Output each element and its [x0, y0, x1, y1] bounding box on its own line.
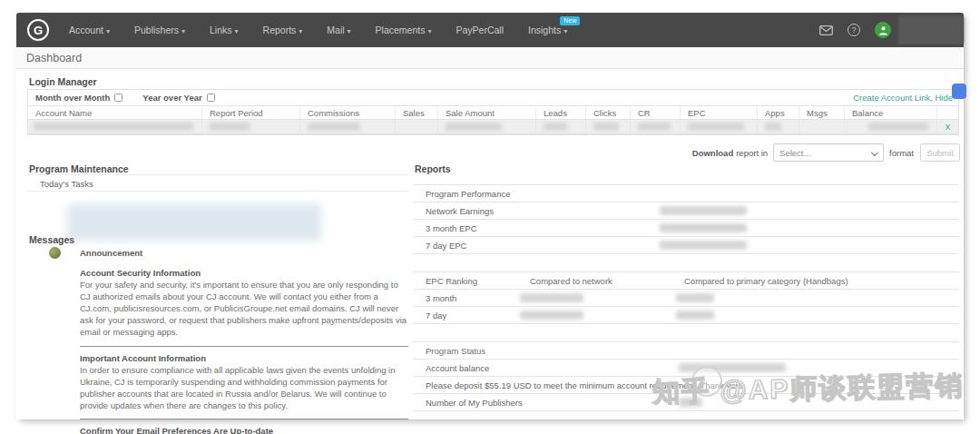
app-window: G Account▾ Publishers▾ Links▾ Reports▾ M…: [16, 13, 964, 419]
nav-item-account[interactable]: Account▾: [69, 25, 110, 35]
top-navbar: G Account▾ Publishers▾ Links▾ Reports▾ M…: [16, 13, 964, 47]
col-epc: EPC: [681, 106, 758, 119]
feedback-widget-button[interactable]: [952, 84, 966, 99]
epc-ranking-table: EPC Ranking Compared to network Compared…: [413, 271, 959, 324]
report-row-3-month-epc[interactable]: 3 month EPC: [413, 220, 959, 237]
message-item: Confirm Your Email Preferences Are Up-to…: [80, 426, 408, 434]
new-badge: New: [560, 16, 580, 25]
todays-tasks-row[interactable]: Today's Tasks: [27, 175, 408, 192]
table-row[interactable]: X: [28, 120, 958, 134]
chevron-down-icon: ▾: [348, 27, 351, 35]
help-icon[interactable]: ?: [848, 24, 860, 36]
col-clicks: Clicks: [586, 106, 631, 119]
messages-panel: Announcement Account Security Informatio…: [49, 247, 408, 434]
col-leads: Leads: [536, 106, 586, 119]
chevron-down-icon: ▾: [181, 27, 185, 35]
chevron-down-icon: ▾: [235, 27, 239, 35]
create-account-link[interactable]: Create Account Link, Hide: [853, 93, 953, 103]
message-body: In order to ensure compliance with all a…: [80, 364, 408, 411]
month-over-month-checkbox[interactable]: [114, 94, 122, 102]
col-balance: Balance: [845, 106, 937, 119]
login-manager-title: Login Manager: [29, 76, 97, 87]
col-report-period: Report Period: [202, 106, 300, 119]
username-redacted: [898, 15, 964, 44]
col-epc-ranking: EPC Ranking: [413, 272, 517, 289]
report-row-7-day-epc[interactable]: 7 day EPC: [413, 237, 959, 254]
nav-item-publishers[interactable]: Publishers▾: [134, 25, 185, 35]
nav-item-insights[interactable]: Insights▾ New: [528, 25, 567, 35]
page-title: Dashboard: [26, 52, 82, 64]
message-item: Account Security Information For your sa…: [80, 268, 408, 339]
login-table-header: Account Name Report Period Commissions S…: [28, 105, 958, 120]
row-close-button[interactable]: X: [937, 120, 958, 134]
format-label: format: [889, 148, 914, 158]
col-account-name: Account Name: [28, 106, 202, 119]
download-label-rest: report in: [736, 148, 768, 158]
col-actions: [937, 106, 958, 119]
filter-month-over-month: Month over Month: [35, 93, 122, 103]
reports-title: Reports: [415, 163, 959, 174]
col-apps: Apps: [758, 106, 799, 119]
login-manager-panel: Month over Month Year over Year Create A…: [27, 89, 959, 135]
report-row-program-performance[interactable]: Program Performance: [413, 185, 959, 202]
cj-logo-icon[interactable]: G: [27, 19, 49, 41]
report-row-network-earnings[interactable]: Network Earnings: [413, 202, 959, 220]
col-compared-network: Compared to network: [517, 272, 671, 289]
download-label: Download: [692, 148, 733, 158]
divider: [80, 419, 408, 419]
program-status-header: Program Status: [413, 342, 959, 360]
epc-row-3-month: 3 month: [413, 290, 959, 307]
announcement-label: Announcement: [80, 248, 142, 258]
message-body: For your safety and security, it's impor…: [80, 279, 408, 339]
message-heading: Account Security Information: [80, 268, 408, 278]
col-msgs: Msgs: [799, 106, 845, 119]
chevron-down-icon: [871, 149, 878, 156]
message-heading: Important Account Information: [80, 353, 408, 363]
message-heading: Confirm Your Email Preferences Are Up-to…: [80, 426, 408, 434]
nav-item-paypercall[interactable]: PayPerCall: [456, 25, 504, 35]
format-select[interactable]: Select...: [773, 143, 884, 162]
mail-icon[interactable]: [819, 25, 833, 35]
download-report-bar: Download report in Select... format Subm…: [692, 143, 960, 162]
chevron-down-icon: ▾: [427, 27, 431, 35]
message-item: Important Account Information In order t…: [80, 353, 408, 411]
chevron-down-icon: ▾: [106, 27, 110, 35]
nav-item-links[interactable]: Links▾: [210, 25, 239, 35]
filter-year-over-year: Year over Year: [142, 93, 214, 103]
submit-button[interactable]: Submit: [920, 143, 960, 162]
col-sales: Sales: [396, 106, 438, 119]
page-header: Dashboard: [16, 47, 964, 69]
watermark-text: 知乎 @AP师谈联盟营销: [652, 367, 964, 410]
messages-title: Messages: [29, 234, 74, 245]
year-over-year-checkbox[interactable]: [207, 94, 215, 102]
todays-tasks-panel: Today's Tasks: [27, 174, 408, 192]
chevron-down-icon: ▾: [564, 27, 567, 35]
epc-row-7-day: 7 day: [413, 307, 959, 324]
tasks-redacted: [67, 204, 321, 241]
divider: [80, 346, 408, 347]
nav-item-placements[interactable]: Placements▾: [376, 25, 432, 35]
nav-item-reports[interactable]: Reports▾: [263, 25, 303, 35]
announcement-icon: [49, 247, 61, 259]
col-cr: CR: [631, 106, 681, 119]
chevron-down-icon: ▾: [299, 27, 302, 35]
col-sale-amount: Sale Amount: [438, 106, 536, 119]
reports-table: Program Performance Network Earnings 3 m…: [413, 184, 959, 254]
program-maintenance-title: Program Maintenance: [29, 163, 129, 174]
epc-ranking-header: EPC Ranking Compared to network Compared…: [413, 272, 959, 290]
nav-item-mail[interactable]: Mail▾: [327, 25, 350, 35]
col-compared-category: Compared to primary category (Handbags): [671, 272, 959, 289]
user-avatar[interactable]: [875, 22, 891, 38]
col-commissions: Commissions: [300, 106, 396, 119]
